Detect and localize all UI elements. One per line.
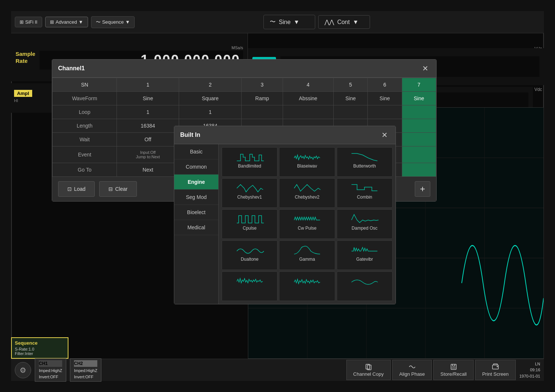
row4c-preview <box>350 275 379 288</box>
wf-card-row4a[interactable] <box>222 271 278 301</box>
event-7[interactable] <box>402 146 436 163</box>
bandlimited-label: Bandlimited <box>238 163 261 169</box>
combin-label: Combin <box>357 195 372 200</box>
col-1-header: 1 <box>117 78 179 92</box>
builtin-header: Built In ✕ <box>174 126 396 144</box>
ch1-info[interactable]: CH1 Imped:HighZ Invert:OFF <box>35 358 66 382</box>
waveform-label: Sine <box>279 19 290 26</box>
dialog-header: Channel1 ✕ <box>52 60 436 78</box>
filter-info: Filter:Inter <box>15 351 65 356</box>
sequence-dropdown-icon: ▼ <box>125 19 130 25</box>
col-2-header: 2 <box>179 78 242 92</box>
cwpulse-label: Cw Pulse <box>298 226 317 231</box>
goto-1[interactable]: Next <box>117 163 179 177</box>
store-recall-button[interactable]: Store/Recall <box>433 360 474 380</box>
wf-card-cpulse[interactable]: Cpulse <box>222 209 278 239</box>
gamma-label: Gamma <box>299 257 315 262</box>
sidebar-item-engine[interactable]: Engine <box>174 175 218 190</box>
gatevibr-preview <box>350 244 379 257</box>
event-1[interactable]: Input:OffJump to:Next <box>117 146 179 163</box>
row4b-preview <box>292 275 322 288</box>
length-7[interactable] <box>402 119 436 133</box>
col-5-header: 5 <box>333 78 367 92</box>
sidebar-item-common[interactable]: Common <box>174 159 218 175</box>
print-screen-button[interactable]: Print Screen <box>475 360 516 380</box>
loop-1[interactable]: 1 <box>117 105 179 119</box>
sequence-btn[interactable]: 〜 Sequence ▼ <box>91 16 135 28</box>
loop-4[interactable] <box>283 105 333 119</box>
print-screen-icon <box>492 363 499 371</box>
channel-copy-icon <box>365 363 372 371</box>
waveform-label-cell: WaveForm <box>53 92 117 105</box>
mode-wave-icon: ⋀⋀ <box>324 18 334 26</box>
add-segment-button[interactable]: + <box>415 181 430 197</box>
builtin-close-button[interactable]: ✕ <box>379 130 390 140</box>
ch2-invert: Invert:OFF <box>74 374 97 380</box>
mode-label: Cont <box>337 19 350 26</box>
mode-dropdown-icon: ▼ <box>353 19 359 26</box>
sifi-label: SiFi II <box>25 19 37 25</box>
wf-4[interactable]: Abssine <box>283 92 333 105</box>
ampl-badge: Ampl <box>14 90 32 97</box>
cwpulse-preview <box>292 213 322 226</box>
wf-card-gamma[interactable]: Gamma <box>279 240 335 270</box>
dualtone-label: Dualtone <box>241 257 259 262</box>
bottom-bar: ⚙ CH1 Imped:HighZ Invert:OFF CH2 Imped:H… <box>11 359 544 381</box>
wf-2[interactable]: Square <box>179 92 242 105</box>
combin-preview <box>350 182 379 195</box>
wf-3[interactable]: Ramp <box>242 92 283 105</box>
wf-card-dualtone[interactable]: Dualtone <box>222 240 278 270</box>
blaseiwav-label: Blaseiwav <box>297 163 317 169</box>
wf-card-chebyshev1[interactable]: Chebyshev1 <box>222 178 278 208</box>
load-button[interactable]: ⊡ Load <box>58 181 95 197</box>
goto-7[interactable] <box>402 163 436 177</box>
wf-card-damped-osc[interactable]: Damped Osc <box>337 209 393 239</box>
wf-7[interactable]: Sine <box>402 92 436 105</box>
wf-card-row4c[interactable] <box>337 271 393 301</box>
mode-selector[interactable]: ⋀⋀ Cont ▼ <box>318 15 370 29</box>
row4a-preview <box>235 275 265 288</box>
sifi-btn[interactable]: ⊞ SiFi II <box>15 17 42 27</box>
advanced-btn[interactable]: ⊞ Advanced ▼ <box>45 17 88 27</box>
col-7-header: 7 <box>402 78 436 92</box>
sidebar-item-segmod[interactable]: Seg Mod <box>174 190 218 205</box>
wf-card-blaseiwav[interactable]: Blaseiwav <box>279 147 335 177</box>
wait-1[interactable]: Off <box>117 133 179 146</box>
waveform-selector[interactable]: 〜 Sine ▼ <box>263 15 315 29</box>
ch2-info[interactable]: CH2 Imped:HighZ Invert:OFF <box>70 358 101 382</box>
chebyshev2-preview <box>292 182 322 195</box>
loop-5[interactable] <box>333 105 367 119</box>
loop-6[interactable] <box>368 105 402 119</box>
sifi-icon: ⊞ <box>20 19 24 25</box>
wf-card-butterworth[interactable]: Butterworth <box>337 147 393 177</box>
print-screen-label: Print Screen <box>482 371 509 377</box>
align-phase-button[interactable]: Align Phase <box>392 360 432 380</box>
loop-3[interactable] <box>242 105 283 119</box>
wf-card-row4b[interactable] <box>279 271 335 301</box>
settings-gear-button[interactable]: ⚙ <box>15 362 31 378</box>
wf-card-combin[interactable]: Combin <box>337 178 393 208</box>
cpulse-preview <box>235 213 265 226</box>
loop-7[interactable] <box>402 105 436 119</box>
wf-card-chebyshev2[interactable]: Chebyshev2 <box>279 178 335 208</box>
sidebar-item-bioelect[interactable]: Bioelect <box>174 205 218 220</box>
advanced-icon: ⊞ <box>50 19 54 25</box>
wait-7[interactable] <box>402 133 436 146</box>
channel1-close-button[interactable]: ✕ <box>420 63 430 74</box>
align-phase-icon <box>408 363 416 371</box>
length-1[interactable]: 16384 <box>117 119 179 133</box>
wf-1[interactable]: Sine <box>117 92 179 105</box>
sidebar-item-basic[interactable]: Basic <box>174 144 218 159</box>
channel-copy-button[interactable]: Channel Copy <box>346 360 391 380</box>
loop-2[interactable]: 1 <box>179 105 242 119</box>
blaseiwav-preview <box>292 151 322 163</box>
waveform-dropdown-icon: ▼ <box>293 19 299 26</box>
wf-6[interactable]: Sine <box>368 92 402 105</box>
clear-button[interactable]: ⊟ Clear <box>99 181 137 197</box>
wf-card-bandlimited[interactable]: Bandlimited <box>222 147 278 177</box>
wait-label-cell: Wait <box>53 133 117 146</box>
wf-card-gatevibr[interactable]: Gatevibr <box>337 240 393 270</box>
wf-card-cwpulse[interactable]: Cw Pulse <box>279 209 335 239</box>
wf-5[interactable]: Sine <box>333 92 367 105</box>
sidebar-item-medical[interactable]: Medical <box>174 220 218 235</box>
